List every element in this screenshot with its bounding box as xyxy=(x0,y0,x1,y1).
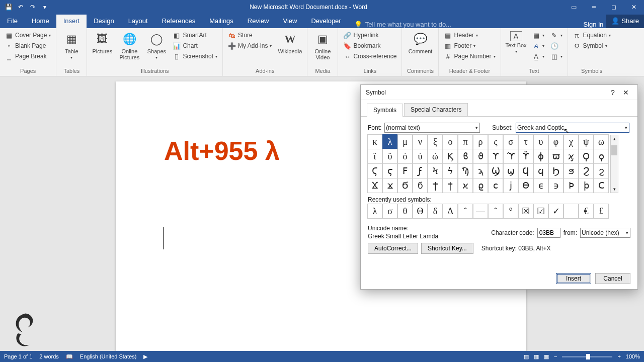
date-time-button[interactable]: 🕒 xyxy=(548,41,565,51)
signature-line-button[interactable]: ✎▾ xyxy=(548,30,565,40)
symbol-cell[interactable]: ϫ xyxy=(382,178,397,193)
recent-symbol-cell[interactable]: ˆ xyxy=(488,204,503,219)
symbol-cell[interactable]: Ϟ xyxy=(428,163,443,178)
symbol-cell[interactable]: ϖ xyxy=(548,149,564,164)
symbol-cell[interactable]: Ϫ xyxy=(367,178,382,193)
symbol-cell[interactable]: ϩ xyxy=(594,163,609,178)
symbol-cell[interactable]: ϡ xyxy=(473,163,488,178)
symbol-cell[interactable]: ό xyxy=(397,149,413,164)
symbol-cell[interactable]: φ xyxy=(548,134,564,149)
symbol-cell[interactable]: ϗ xyxy=(564,149,579,164)
symbol-cell[interactable]: ρ xyxy=(473,134,488,149)
symbol-cell[interactable]: ν xyxy=(413,134,428,149)
words-count[interactable]: 2 words xyxy=(39,353,59,359)
tab-review[interactable]: Review xyxy=(240,15,276,28)
chart-button[interactable]: 📊Chart xyxy=(171,41,219,51)
symbol-cell[interactable]: ϯ xyxy=(443,178,458,193)
recent-symbol-cell[interactable]: £ xyxy=(594,204,609,219)
bookmark-button[interactable]: 🔖Bookmark xyxy=(341,41,398,51)
tab-view[interactable]: View xyxy=(276,15,304,28)
header-button[interactable]: ▤Header▾ xyxy=(442,30,497,40)
cross-reference-button[interactable]: ↔Cross-reference xyxy=(341,51,398,61)
comment-button[interactable]: 💬Comment xyxy=(405,30,435,55)
symbol-cell[interactable]: σ xyxy=(503,134,518,149)
symbol-cell[interactable]: Ϡ xyxy=(458,163,473,178)
symbol-button[interactable]: ΩSymbol▾ xyxy=(571,41,613,51)
symbol-cell[interactable]: ϔ xyxy=(518,149,533,164)
help-icon[interactable]: ? xyxy=(606,88,619,97)
symbol-cell[interactable]: ϴ xyxy=(518,178,533,193)
symbol-cell[interactable]: ϸ xyxy=(579,178,594,193)
close-icon[interactable]: ✕ xyxy=(624,0,644,14)
cancel-button[interactable]: Cancel xyxy=(595,273,630,284)
drop-cap-button[interactable]: A̲▾ xyxy=(530,51,546,61)
share-button[interactable]: 👤Share xyxy=(606,15,644,28)
symbol-cell[interactable]: ϊ xyxy=(367,149,382,164)
zoom-in-icon[interactable]: + xyxy=(617,353,620,359)
symbol-cell[interactable]: Ϛ xyxy=(367,163,382,178)
tab-design[interactable]: Design xyxy=(87,15,121,28)
page-status[interactable]: Page 1 of 1 xyxy=(4,353,32,359)
symbol-cell[interactable]: ς xyxy=(488,134,503,149)
read-mode-icon[interactable]: ▤ xyxy=(524,353,529,360)
maximize-icon[interactable]: ◻ xyxy=(604,0,624,14)
sign-in-link[interactable]: Sign in xyxy=(584,21,607,28)
symbol-cell[interactable]: ϒ xyxy=(488,149,503,164)
tab-home[interactable]: Home xyxy=(25,15,56,28)
autocorrect-button[interactable]: AutoCorrect... xyxy=(368,243,418,254)
tab-layout[interactable]: Layout xyxy=(121,15,155,28)
zoom-level[interactable]: 100% xyxy=(626,353,640,359)
symbol-cell[interactable]: ώ xyxy=(428,149,443,164)
subset-select[interactable]: Greek and Coptic xyxy=(516,123,629,133)
language-status[interactable]: English (United States) xyxy=(80,353,137,359)
tab-symbols[interactable]: Symbols xyxy=(367,104,403,117)
redo-icon[interactable]: ↷ xyxy=(27,2,38,13)
ribbon-options-icon[interactable]: ▭ xyxy=(564,0,584,14)
symbol-cell[interactable]: ϓ xyxy=(503,149,518,164)
symbol-cell[interactable]: ξ xyxy=(428,134,443,149)
tab-references[interactable]: References xyxy=(155,15,202,28)
symbol-cell[interactable]: ϳ xyxy=(503,178,518,193)
symbol-cell[interactable]: ο xyxy=(443,134,458,149)
recent-symbol-cell[interactable]: σ xyxy=(382,204,397,219)
symbol-cell[interactable]: Ϙ xyxy=(579,149,594,164)
zoom-out-icon[interactable]: − xyxy=(554,353,557,359)
symbol-cell[interactable]: ω xyxy=(594,134,609,149)
wordart-button[interactable]: A▾ xyxy=(530,41,546,51)
tab-developer[interactable]: Developer xyxy=(304,15,348,28)
hyperlink-button[interactable]: 🔗Hyperlink xyxy=(341,30,398,40)
symbol-cell[interactable]: ϟ xyxy=(443,163,458,178)
recent-symbol-cell[interactable]: ° xyxy=(503,204,518,219)
symbol-cell[interactable]: ϐ xyxy=(458,149,473,164)
recent-symbol-cell[interactable]: — xyxy=(473,204,488,219)
spellcheck-icon[interactable]: 📖 xyxy=(66,353,73,360)
screenshot-button[interactable]: ⌷Screenshot▾ xyxy=(171,51,219,61)
charcode-input[interactable] xyxy=(537,228,560,238)
recent-symbol-cell[interactable]: θ xyxy=(397,204,413,219)
symbol-cell[interactable]: υ xyxy=(533,134,548,149)
scroll-up-icon[interactable]: ▴ xyxy=(611,135,618,142)
symbol-cell[interactable]: ϥ xyxy=(533,163,548,178)
recent-symbol-cell[interactable]: ˆ xyxy=(458,204,473,219)
insert-button[interactable]: Insert xyxy=(556,273,591,284)
store-button[interactable]: 🛍Store xyxy=(226,30,274,40)
text-box-button[interactable]: AText Box▾ xyxy=(504,30,528,55)
my-addins-button[interactable]: ➕My Add-ins▾ xyxy=(226,41,274,51)
symbol-cell[interactable]: κ xyxy=(367,134,382,149)
object-button[interactable]: ◫▾ xyxy=(548,51,565,61)
recent-symbol-cell[interactable]: € xyxy=(579,204,594,219)
close-icon[interactable]: ✕ xyxy=(619,88,632,97)
symbol-cell[interactable]: Ϭ xyxy=(397,178,413,193)
symbol-cell[interactable]: Ϩ xyxy=(579,163,594,178)
symbol-cell[interactable]: ϝ xyxy=(413,163,428,178)
online-pictures-button[interactable]: 🌐Online Pictures xyxy=(116,30,142,61)
symbol-cell[interactable]: ϣ xyxy=(503,163,518,178)
symbol-cell[interactable]: ϱ xyxy=(473,178,488,193)
from-select[interactable]: Unicode (hex) xyxy=(580,228,630,238)
recent-symbol-cell[interactable]: Θ xyxy=(413,204,428,219)
recent-symbol-cell[interactable]: ☑ xyxy=(533,204,548,219)
symbol-cell[interactable]: ϶ xyxy=(548,178,564,193)
symbol-cell[interactable]: ϕ xyxy=(533,149,548,164)
recent-symbol-cell[interactable]: Δ xyxy=(443,204,458,219)
online-video-button[interactable]: ▣Online Video xyxy=(310,30,335,61)
